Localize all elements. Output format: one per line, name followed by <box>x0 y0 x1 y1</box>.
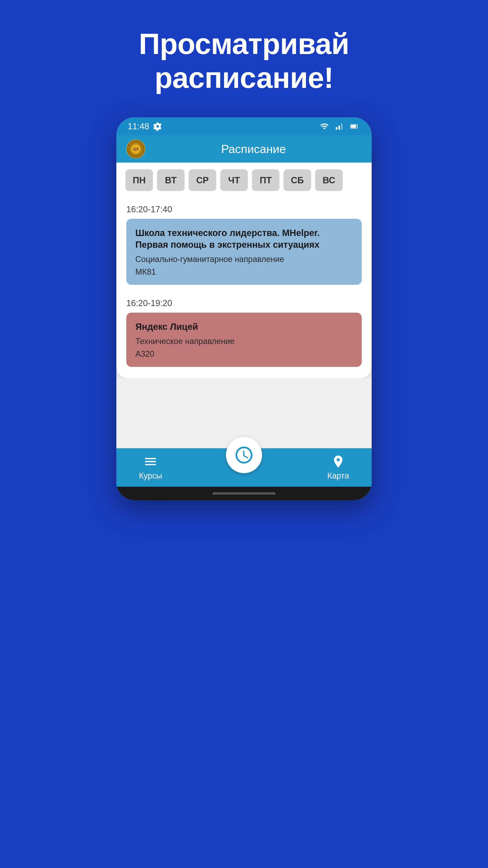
svg-text:ЦЭ: ЦЭ <box>133 147 138 151</box>
status-icons <box>319 122 360 131</box>
logo-emblem: ЦЭ <box>129 142 142 156</box>
day-btn-sb[interactable]: СБ <box>284 169 311 191</box>
course-card-1-direction: Социально-гуманитарное направление <box>135 254 353 264</box>
status-bar: 11:48 <box>116 117 372 135</box>
page-heading: Просматривай расписание! <box>139 27 349 95</box>
battery-icon <box>349 122 360 131</box>
svg-rect-1 <box>338 126 340 130</box>
status-time-group: 11:48 <box>128 122 162 131</box>
course-card-2-direction: Техническое направление <box>135 337 353 346</box>
time-label-1: 16:20-17:40 <box>126 205 362 214</box>
nav-label-map: Карта <box>327 471 349 480</box>
app-bar: ЦЭ Расписание <box>116 135 372 162</box>
day-selector: ПН ВТ СР ЧТ ПТ СБ ВС <box>123 169 365 191</box>
status-time: 11:48 <box>128 122 149 131</box>
svg-rect-0 <box>336 127 337 130</box>
day-btn-cht[interactable]: ЧТ <box>220 169 248 191</box>
phone-frame: 11:48 <box>116 117 372 500</box>
schedule-content: 16:20-17:40 Школа технического лидерства… <box>116 195 372 448</box>
svg-rect-4 <box>351 125 356 128</box>
nav-label-courses: Курсы <box>139 471 162 480</box>
app-title: Расписание <box>145 142 362 156</box>
course-card-1[interactable]: Школа технического лидерства. MHelper. П… <box>126 219 362 285</box>
map-pin-icon <box>331 454 346 469</box>
nav-center-clock-btn[interactable] <box>226 437 262 473</box>
app-logo: ЦЭ <box>126 140 145 158</box>
day-btn-vt[interactable]: ВТ <box>157 169 185 191</box>
bottom-nav: Курсы Карта <box>116 448 372 487</box>
day-btn-pt[interactable]: ПТ <box>252 169 280 191</box>
course-card-1-title: Школа технического лидерства. MHelper. П… <box>135 227 353 250</box>
day-btn-sr[interactable]: СР <box>189 169 216 191</box>
wifi-icon <box>319 122 330 131</box>
svg-rect-2 <box>341 123 343 130</box>
nav-item-map[interactable]: Карта <box>327 454 349 480</box>
time-label-2: 16:20-19:20 <box>126 298 362 308</box>
clock-icon <box>234 445 254 465</box>
day-selector-container: ПН ВТ СР ЧТ ПТ СБ ВС <box>116 162 372 195</box>
list-icon <box>143 454 158 469</box>
home-indicator <box>116 487 372 500</box>
app-logo-inner: ЦЭ <box>127 140 144 158</box>
schedule-card-container: 16:20-17:40 Школа технического лидерства… <box>116 195 372 378</box>
schedule-gap <box>126 285 362 298</box>
bottom-spacer <box>116 378 372 441</box>
nav-item-courses[interactable]: Курсы <box>139 454 162 480</box>
signal-icon <box>335 122 345 131</box>
day-btn-vs[interactable]: ВС <box>315 169 343 191</box>
course-card-2-room: А320 <box>135 349 353 359</box>
home-bar <box>213 492 275 495</box>
day-btn-pn[interactable]: ПН <box>125 169 153 191</box>
course-card-1-room: МК81 <box>135 267 353 277</box>
gear-icon <box>153 122 162 131</box>
course-card-2-title: Яндекс Лицей <box>135 321 353 333</box>
course-card-2[interactable]: Яндекс Лицей Техническое направление А32… <box>126 313 362 367</box>
